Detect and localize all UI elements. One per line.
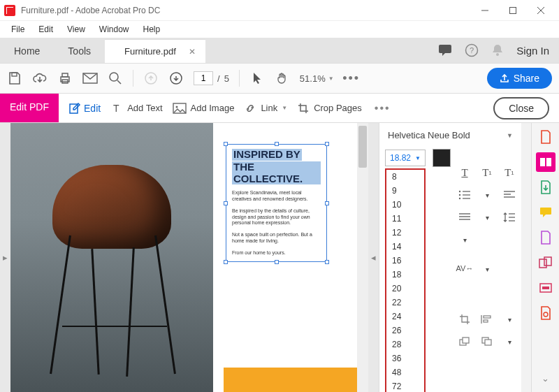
line-spacing-icon[interactable] (501, 210, 518, 225)
add-image-button[interactable]: Add Image (173, 103, 235, 114)
more-edit-icon[interactable]: ••• (375, 102, 391, 115)
arrange-icon[interactable] (456, 334, 473, 349)
document-view[interactable]: INSPIRED BY THE COLLECTIVE. Explore Scan… (10, 123, 357, 392)
help-icon[interactable]: ? (465, 43, 479, 57)
close-button[interactable]: Close (493, 97, 549, 119)
cloud-icon[interactable] (32, 71, 48, 86)
share-button[interactable]: Share (487, 68, 552, 89)
font-size-select[interactable]: 18.82 ▼ (385, 150, 426, 166)
add-text-button[interactable]: T Add Text (110, 102, 162, 115)
font-size-option[interactable]: 22 (386, 296, 424, 310)
next-page-icon[interactable] (168, 71, 184, 86)
arrange-dropdown[interactable]: ▾ (501, 334, 518, 349)
sign-in-link[interactable]: Sign In (516, 45, 549, 57)
minimize-button[interactable] (471, 0, 499, 21)
text-selection-box[interactable]: INSPIRED BY THE COLLECTIVE. Explore Scan… (226, 144, 327, 262)
redact-icon[interactable] (536, 278, 556, 298)
scrollbar-thumb[interactable] (358, 126, 367, 168)
print-icon[interactable] (57, 71, 73, 86)
font-family-select[interactable]: Helvetica Neue Bold ▼ (385, 129, 516, 142)
paragraph-2[interactable]: Be inspired by the details of culture, d… (232, 208, 321, 226)
hand-icon[interactable] (275, 71, 290, 86)
more-icon[interactable]: ••• (344, 71, 359, 86)
font-size-option[interactable]: 72 (386, 379, 424, 392)
export-pdf-icon[interactable] (536, 177, 556, 197)
separator (133, 70, 133, 87)
tab-close-icon[interactable]: ✕ (189, 47, 196, 57)
document-scrollbar[interactable] (357, 123, 368, 392)
paragraph-4[interactable]: From our home to yours. (232, 250, 321, 256)
panel-scrollbar[interactable] (521, 123, 531, 392)
format-panel-toggle[interactable]: ◂ (368, 123, 379, 392)
subscript-icon[interactable]: T1 (501, 165, 518, 180)
document-text-column: INSPIRED BY THE COLLECTIVE. Explore Scan… (213, 123, 357, 392)
font-size-option[interactable]: 14 (386, 240, 424, 254)
list-style-dropdown[interactable]: ▾ (479, 187, 495, 203)
protect-icon[interactable] (536, 303, 556, 323)
font-size-option[interactable]: 48 (386, 365, 424, 379)
combine-icon[interactable] (536, 253, 556, 273)
link-button[interactable]: Link ▼ (244, 102, 287, 115)
underline-icon[interactable]: T (456, 165, 473, 180)
kerning-icon[interactable]: AV↔ (456, 261, 473, 277)
comment-icon[interactable] (438, 44, 452, 57)
align-left-icon[interactable] (501, 187, 518, 203)
distribute-icon[interactable] (479, 334, 495, 349)
menu-view[interactable]: View (61, 22, 91, 36)
mail-icon[interactable] (82, 71, 98, 86)
svg-rect-38 (484, 320, 488, 322)
crop-tool-icon[interactable] (456, 312, 473, 327)
superscript-icon[interactable]: T1 (479, 165, 495, 180)
create-pdf-icon[interactable] (536, 127, 556, 147)
organize-icon[interactable] (536, 228, 556, 247)
font-size-option[interactable]: 12 (386, 226, 424, 240)
main-toolbar: / 5 51.1%▼ ••• Share (0, 63, 559, 94)
menu-file[interactable]: File (6, 22, 30, 36)
font-size-option[interactable]: 36 (386, 351, 424, 365)
align-objects-dropdown[interactable]: ▾ (501, 312, 518, 327)
headline[interactable]: INSPIRED BY THE COLLECTIVE. (232, 149, 321, 184)
font-size-option[interactable]: 26 (386, 324, 424, 337)
edit-pdf-icon[interactable] (536, 152, 556, 172)
menu-edit[interactable]: Edit (33, 22, 59, 36)
paragraph-1[interactable]: Explore Scandinavia, meet local creative… (232, 190, 321, 203)
save-icon[interactable] (7, 71, 22, 86)
color-swatch[interactable] (433, 149, 451, 167)
bell-icon[interactable] (491, 43, 504, 57)
tab-tools[interactable]: Tools (54, 39, 105, 63)
align-dropdown[interactable]: ▾ (479, 210, 495, 225)
menu-help[interactable]: Help (138, 22, 166, 36)
spacing-dropdown[interactable]: ▾ (456, 232, 473, 247)
crop-button[interactable]: Crop Pages (297, 102, 362, 115)
font-size-option[interactable]: 10 (386, 198, 424, 212)
search-icon[interactable] (108, 71, 123, 86)
pointer-icon[interactable] (249, 71, 265, 86)
tab-home[interactable]: Home (0, 39, 54, 63)
svg-rect-1 (510, 7, 516, 13)
paragraph-3[interactable]: Not a space built on perfection. But a h… (232, 232, 321, 245)
expand-rail-icon[interactable]: ⌄ (536, 368, 556, 388)
comment-tool-icon[interactable] (536, 203, 556, 222)
align-objects-icon[interactable] (479, 312, 495, 327)
font-size-option[interactable]: 20 (386, 282, 424, 296)
edit-button[interactable]: Edit (68, 102, 101, 115)
font-size-option[interactable]: 9 (386, 184, 424, 198)
tab-document[interactable]: Furniture.pdf ✕ (105, 39, 205, 63)
maximize-button[interactable] (499, 0, 527, 21)
page-current-input[interactable] (194, 71, 213, 85)
font-size-option[interactable]: 16 (386, 254, 424, 268)
font-size-option[interactable]: 28 (386, 337, 424, 351)
document-footer-bar (224, 368, 357, 392)
left-panel-toggle[interactable]: ▸ (0, 123, 10, 392)
font-size-option[interactable]: 11 (386, 212, 424, 226)
font-size-option[interactable]: 18 (386, 268, 424, 282)
font-size-option[interactable]: 24 (386, 310, 424, 324)
zoom-select[interactable]: 51.1%▼ (300, 73, 334, 84)
font-size-option[interactable]: 8 (386, 170, 424, 184)
kerning-dropdown[interactable]: ▾ (479, 261, 495, 277)
align-justify-icon[interactable] (456, 210, 473, 225)
prev-page-icon[interactable] (143, 71, 159, 86)
menu-window[interactable]: Window (94, 22, 135, 36)
bullet-list-icon[interactable] (456, 187, 473, 203)
close-button[interactable] (527, 0, 555, 21)
